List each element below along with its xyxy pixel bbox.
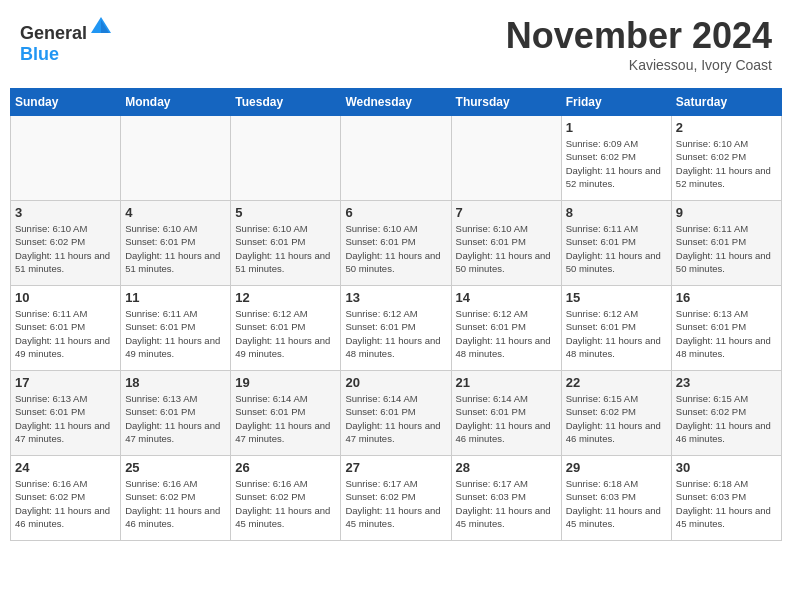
day-info: Sunrise: 6:11 AMSunset: 6:01 PMDaylight:… xyxy=(566,222,667,275)
header: General Blue November 2024 Kaviessou, Iv… xyxy=(10,10,782,78)
day-info: Sunrise: 6:16 AMSunset: 6:02 PMDaylight:… xyxy=(125,477,226,530)
day-info: Sunrise: 6:17 AMSunset: 6:02 PMDaylight:… xyxy=(345,477,446,530)
logo-icon xyxy=(89,15,113,39)
day-cell-28: 28Sunrise: 6:17 AMSunset: 6:03 PMDayligh… xyxy=(451,456,561,541)
day-number: 30 xyxy=(676,460,777,475)
day-number: 6 xyxy=(345,205,446,220)
week-row-4: 17Sunrise: 6:13 AMSunset: 6:01 PMDayligh… xyxy=(11,371,782,456)
day-number: 28 xyxy=(456,460,557,475)
day-info: Sunrise: 6:09 AMSunset: 6:02 PMDaylight:… xyxy=(566,137,667,190)
weekday-header-row: SundayMondayTuesdayWednesdayThursdayFrid… xyxy=(11,89,782,116)
day-number: 12 xyxy=(235,290,336,305)
day-cell-11: 11Sunrise: 6:11 AMSunset: 6:01 PMDayligh… xyxy=(121,286,231,371)
empty-cell xyxy=(341,116,451,201)
empty-cell xyxy=(11,116,121,201)
title-block: November 2024 Kaviessou, Ivory Coast xyxy=(506,15,772,73)
day-cell-25: 25Sunrise: 6:16 AMSunset: 6:02 PMDayligh… xyxy=(121,456,231,541)
logo: General Blue xyxy=(20,15,113,65)
weekday-header-saturday: Saturday xyxy=(671,89,781,116)
day-number: 11 xyxy=(125,290,226,305)
day-number: 9 xyxy=(676,205,777,220)
day-cell-13: 13Sunrise: 6:12 AMSunset: 6:01 PMDayligh… xyxy=(341,286,451,371)
day-info: Sunrise: 6:12 AMSunset: 6:01 PMDaylight:… xyxy=(566,307,667,360)
logo-general: General xyxy=(20,23,87,43)
day-cell-5: 5Sunrise: 6:10 AMSunset: 6:01 PMDaylight… xyxy=(231,201,341,286)
day-number: 1 xyxy=(566,120,667,135)
day-info: Sunrise: 6:15 AMSunset: 6:02 PMDaylight:… xyxy=(566,392,667,445)
location: Kaviessou, Ivory Coast xyxy=(506,57,772,73)
day-info: Sunrise: 6:11 AMSunset: 6:01 PMDaylight:… xyxy=(676,222,777,275)
week-row-5: 24Sunrise: 6:16 AMSunset: 6:02 PMDayligh… xyxy=(11,456,782,541)
day-cell-3: 3Sunrise: 6:10 AMSunset: 6:02 PMDaylight… xyxy=(11,201,121,286)
day-number: 18 xyxy=(125,375,226,390)
day-number: 8 xyxy=(566,205,667,220)
day-info: Sunrise: 6:17 AMSunset: 6:03 PMDaylight:… xyxy=(456,477,557,530)
day-info: Sunrise: 6:14 AMSunset: 6:01 PMDaylight:… xyxy=(345,392,446,445)
day-cell-26: 26Sunrise: 6:16 AMSunset: 6:02 PMDayligh… xyxy=(231,456,341,541)
week-row-3: 10Sunrise: 6:11 AMSunset: 6:01 PMDayligh… xyxy=(11,286,782,371)
logo-blue: Blue xyxy=(20,44,59,64)
day-info: Sunrise: 6:13 AMSunset: 6:01 PMDaylight:… xyxy=(125,392,226,445)
calendar: SundayMondayTuesdayWednesdayThursdayFrid… xyxy=(10,88,782,541)
day-cell-7: 7Sunrise: 6:10 AMSunset: 6:01 PMDaylight… xyxy=(451,201,561,286)
day-info: Sunrise: 6:18 AMSunset: 6:03 PMDaylight:… xyxy=(676,477,777,530)
weekday-header-wednesday: Wednesday xyxy=(341,89,451,116)
day-cell-6: 6Sunrise: 6:10 AMSunset: 6:01 PMDaylight… xyxy=(341,201,451,286)
day-info: Sunrise: 6:13 AMSunset: 6:01 PMDaylight:… xyxy=(676,307,777,360)
day-number: 19 xyxy=(235,375,336,390)
day-info: Sunrise: 6:12 AMSunset: 6:01 PMDaylight:… xyxy=(456,307,557,360)
day-number: 26 xyxy=(235,460,336,475)
day-info: Sunrise: 6:15 AMSunset: 6:02 PMDaylight:… xyxy=(676,392,777,445)
day-cell-12: 12Sunrise: 6:12 AMSunset: 6:01 PMDayligh… xyxy=(231,286,341,371)
weekday-header-friday: Friday xyxy=(561,89,671,116)
empty-cell xyxy=(451,116,561,201)
day-info: Sunrise: 6:10 AMSunset: 6:02 PMDaylight:… xyxy=(676,137,777,190)
day-info: Sunrise: 6:10 AMSunset: 6:02 PMDaylight:… xyxy=(15,222,116,275)
day-cell-14: 14Sunrise: 6:12 AMSunset: 6:01 PMDayligh… xyxy=(451,286,561,371)
day-number: 4 xyxy=(125,205,226,220)
day-cell-8: 8Sunrise: 6:11 AMSunset: 6:01 PMDaylight… xyxy=(561,201,671,286)
day-cell-18: 18Sunrise: 6:13 AMSunset: 6:01 PMDayligh… xyxy=(121,371,231,456)
day-number: 3 xyxy=(15,205,116,220)
day-number: 29 xyxy=(566,460,667,475)
day-info: Sunrise: 6:16 AMSunset: 6:02 PMDaylight:… xyxy=(15,477,116,530)
day-cell-17: 17Sunrise: 6:13 AMSunset: 6:01 PMDayligh… xyxy=(11,371,121,456)
weekday-header-thursday: Thursday xyxy=(451,89,561,116)
day-cell-10: 10Sunrise: 6:11 AMSunset: 6:01 PMDayligh… xyxy=(11,286,121,371)
day-number: 16 xyxy=(676,290,777,305)
day-number: 20 xyxy=(345,375,446,390)
day-number: 27 xyxy=(345,460,446,475)
day-info: Sunrise: 6:11 AMSunset: 6:01 PMDaylight:… xyxy=(15,307,116,360)
month-title: November 2024 xyxy=(506,15,772,57)
day-cell-22: 22Sunrise: 6:15 AMSunset: 6:02 PMDayligh… xyxy=(561,371,671,456)
empty-cell xyxy=(121,116,231,201)
empty-cell xyxy=(231,116,341,201)
day-info: Sunrise: 6:11 AMSunset: 6:01 PMDaylight:… xyxy=(125,307,226,360)
day-info: Sunrise: 6:14 AMSunset: 6:01 PMDaylight:… xyxy=(235,392,336,445)
day-cell-19: 19Sunrise: 6:14 AMSunset: 6:01 PMDayligh… xyxy=(231,371,341,456)
day-number: 22 xyxy=(566,375,667,390)
day-cell-23: 23Sunrise: 6:15 AMSunset: 6:02 PMDayligh… xyxy=(671,371,781,456)
day-info: Sunrise: 6:10 AMSunset: 6:01 PMDaylight:… xyxy=(235,222,336,275)
day-info: Sunrise: 6:12 AMSunset: 6:01 PMDaylight:… xyxy=(345,307,446,360)
day-number: 13 xyxy=(345,290,446,305)
day-number: 24 xyxy=(15,460,116,475)
day-cell-27: 27Sunrise: 6:17 AMSunset: 6:02 PMDayligh… xyxy=(341,456,451,541)
day-info: Sunrise: 6:10 AMSunset: 6:01 PMDaylight:… xyxy=(125,222,226,275)
weekday-header-monday: Monday xyxy=(121,89,231,116)
day-number: 23 xyxy=(676,375,777,390)
day-info: Sunrise: 6:10 AMSunset: 6:01 PMDaylight:… xyxy=(456,222,557,275)
day-info: Sunrise: 6:18 AMSunset: 6:03 PMDaylight:… xyxy=(566,477,667,530)
day-cell-1: 1Sunrise: 6:09 AMSunset: 6:02 PMDaylight… xyxy=(561,116,671,201)
weekday-header-tuesday: Tuesday xyxy=(231,89,341,116)
day-info: Sunrise: 6:13 AMSunset: 6:01 PMDaylight:… xyxy=(15,392,116,445)
day-cell-21: 21Sunrise: 6:14 AMSunset: 6:01 PMDayligh… xyxy=(451,371,561,456)
day-info: Sunrise: 6:12 AMSunset: 6:01 PMDaylight:… xyxy=(235,307,336,360)
day-info: Sunrise: 6:14 AMSunset: 6:01 PMDaylight:… xyxy=(456,392,557,445)
day-cell-15: 15Sunrise: 6:12 AMSunset: 6:01 PMDayligh… xyxy=(561,286,671,371)
day-cell-24: 24Sunrise: 6:16 AMSunset: 6:02 PMDayligh… xyxy=(11,456,121,541)
day-info: Sunrise: 6:16 AMSunset: 6:02 PMDaylight:… xyxy=(235,477,336,530)
day-cell-16: 16Sunrise: 6:13 AMSunset: 6:01 PMDayligh… xyxy=(671,286,781,371)
day-cell-4: 4Sunrise: 6:10 AMSunset: 6:01 PMDaylight… xyxy=(121,201,231,286)
day-number: 15 xyxy=(566,290,667,305)
